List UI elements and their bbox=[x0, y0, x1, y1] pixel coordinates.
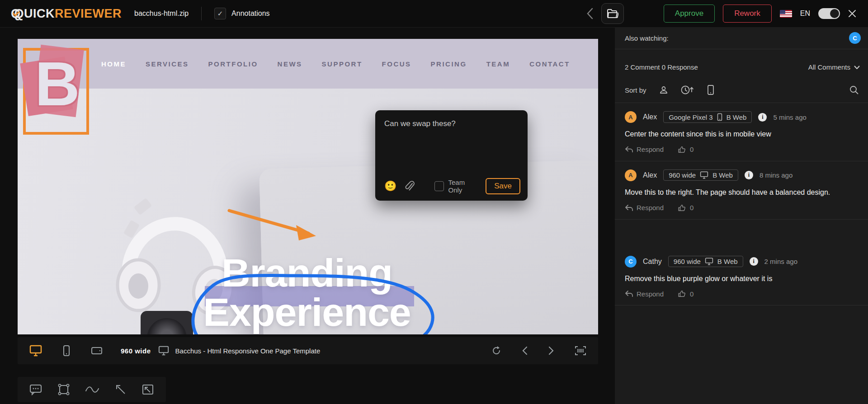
nav-item-team[interactable]: TEAM bbox=[486, 60, 510, 68]
phone-view-button[interactable] bbox=[63, 345, 70, 357]
blue-scribble-annotation[interactable] bbox=[179, 265, 443, 334]
page-title: Bacchus - Html Responsive One Page Templ… bbox=[175, 347, 321, 355]
comment-input[interactable]: Can we swap these? bbox=[384, 119, 519, 128]
comment-context-badge[interactable]: 960 wide B Web bbox=[668, 256, 743, 267]
refresh-icon[interactable] bbox=[491, 346, 501, 356]
comment-text: Remove this blue purple glow or whatever… bbox=[625, 273, 860, 285]
logo-text-secondary: REVIEWER bbox=[55, 7, 122, 21]
comment-device: 960 wide bbox=[669, 171, 696, 179]
comment-page: B Web bbox=[717, 258, 738, 265]
emoji-button[interactable]: 🙂 bbox=[384, 180, 396, 192]
monitor-icon bbox=[705, 258, 713, 265]
comment-tool-icon[interactable] bbox=[29, 384, 42, 395]
avatar[interactable]: A bbox=[625, 111, 637, 123]
comment-page: B Web bbox=[712, 171, 733, 179]
like-button[interactable] bbox=[678, 146, 686, 154]
desktop-view-button[interactable] bbox=[29, 345, 42, 357]
thumbs-up-icon bbox=[678, 204, 686, 212]
paperclip-icon bbox=[405, 181, 415, 192]
sort-by-user-icon[interactable] bbox=[659, 85, 668, 94]
file-name: bacchus-html.zip bbox=[134, 9, 189, 18]
design-preview[interactable]: Branding Experience HOME SERVICES PORTFO… bbox=[18, 39, 598, 334]
nav-item-portfolio[interactable]: PORTFOLIO bbox=[208, 60, 258, 68]
sort-by-device-icon[interactable] bbox=[707, 85, 714, 95]
comments-summary: 2 Comment 0 Response bbox=[625, 63, 698, 71]
select-tool-icon[interactable] bbox=[142, 384, 154, 395]
comment-item: A Alex 960 wide B Web i 8 mins ago Move … bbox=[615, 161, 868, 220]
comment-time: 2 mins ago bbox=[764, 258, 797, 265]
divider bbox=[201, 7, 202, 20]
language-label[interactable]: EN bbox=[800, 9, 810, 18]
close-icon[interactable] bbox=[848, 9, 856, 18]
respond-button[interactable]: Respond bbox=[625, 204, 664, 211]
comment-page: B Web bbox=[726, 113, 747, 121]
nav-item-news[interactable]: NEWS bbox=[278, 60, 302, 68]
respond-label: Respond bbox=[637, 146, 664, 153]
filter-label: All Comments bbox=[808, 63, 850, 71]
nav-item-home[interactable]: HOME bbox=[101, 60, 126, 68]
like-count[interactable]: 0 bbox=[690, 290, 693, 298]
comments-filter-dropdown[interactable]: All Comments bbox=[808, 63, 860, 71]
comments-sidebar: Also watching: C 2 Comment 0 Response Al… bbox=[615, 27, 868, 404]
watcher-avatar[interactable]: C bbox=[849, 32, 861, 44]
info-icon[interactable]: i bbox=[758, 113, 767, 122]
team-only-checkbox[interactable] bbox=[434, 181, 443, 191]
folder-icon bbox=[607, 9, 618, 19]
info-icon[interactable]: i bbox=[750, 257, 758, 266]
like-count[interactable]: 0 bbox=[690, 146, 693, 153]
nav-item-focus[interactable]: FOCUS bbox=[382, 60, 411, 68]
save-button[interactable]: Save bbox=[486, 178, 520, 194]
annotations-checkbox[interactable]: ✓ bbox=[214, 8, 226, 19]
comment-device: 960 wide bbox=[674, 258, 701, 265]
nav-item-support[interactable]: SUPPORT bbox=[322, 60, 363, 68]
nav-item-services[interactable]: SERVICES bbox=[146, 60, 189, 68]
logo-clock-icon: Q bbox=[11, 7, 21, 21]
attachment-button[interactable] bbox=[405, 181, 415, 192]
thumbs-up-icon bbox=[678, 290, 686, 298]
reply-icon bbox=[625, 205, 633, 211]
rectangle-tool-icon[interactable] bbox=[57, 384, 70, 395]
us-flag-icon[interactable] bbox=[780, 10, 792, 18]
back-chevron-icon[interactable] bbox=[587, 8, 593, 19]
thumbs-up-icon bbox=[678, 146, 686, 154]
quickreviewer-logo: Q QUICK REVIEWER bbox=[11, 7, 122, 21]
respond-button[interactable]: Respond bbox=[625, 146, 664, 153]
template-nav-links: HOME SERVICES PORTFOLIO NEWS SUPPORT FOC… bbox=[101, 39, 570, 89]
top-bar: Q QUICK REVIEWER bacchus-html.zip ✓ Anno… bbox=[0, 0, 868, 28]
nav-item-contact[interactable]: CONTACT bbox=[529, 60, 570, 68]
tablet-view-button[interactable] bbox=[91, 347, 103, 355]
comment-device: Google Pixel 3 bbox=[669, 113, 713, 121]
arrow-tool-icon[interactable] bbox=[115, 384, 127, 395]
like-button[interactable] bbox=[678, 290, 686, 298]
approve-button[interactable]: Approve bbox=[664, 5, 715, 23]
like-count[interactable]: 0 bbox=[690, 204, 693, 211]
rework-button[interactable]: Rework bbox=[723, 5, 772, 23]
search-icon[interactable] bbox=[849, 85, 859, 95]
comment-context-badge[interactable]: Google Pixel 3 B Web bbox=[663, 111, 752, 123]
freehand-tool-icon[interactable] bbox=[85, 385, 99, 394]
like-button[interactable] bbox=[678, 204, 686, 212]
check-icon: ✓ bbox=[217, 9, 223, 18]
barcode-scan-icon[interactable] bbox=[575, 345, 586, 356]
comments-gap bbox=[615, 220, 868, 248]
comment-context-badge[interactable]: 960 wide B Web bbox=[663, 169, 738, 181]
next-page-icon[interactable] bbox=[548, 346, 554, 355]
comment-popup[interactable]: Can we swap these? 🙂 Team Only Save bbox=[375, 110, 528, 201]
nav-item-pricing[interactable]: PRICING bbox=[431, 60, 467, 68]
orange-arrow-annotation[interactable] bbox=[225, 205, 324, 243]
comment-text: Center the content since this is in mobi… bbox=[625, 129, 860, 140]
respond-label: Respond bbox=[637, 290, 664, 298]
toggle-knob bbox=[830, 9, 839, 18]
theme-toggle[interactable] bbox=[818, 8, 840, 19]
orange-rectangle-annotation[interactable]: B bbox=[23, 48, 89, 135]
avatar[interactable]: C bbox=[625, 256, 637, 268]
respond-button[interactable]: Respond bbox=[625, 290, 664, 298]
comment-item: C Cathy 960 wide B Web i 2 mins ago Remo… bbox=[615, 248, 868, 306]
comment-author: Alex bbox=[643, 113, 657, 121]
sort-by-time-icon[interactable] bbox=[681, 85, 694, 95]
prev-page-icon[interactable] bbox=[522, 346, 528, 355]
info-icon[interactable]: i bbox=[745, 171, 753, 179]
avatar[interactable]: A bbox=[625, 169, 637, 181]
folder-button[interactable] bbox=[601, 3, 624, 24]
reply-icon bbox=[625, 291, 633, 297]
